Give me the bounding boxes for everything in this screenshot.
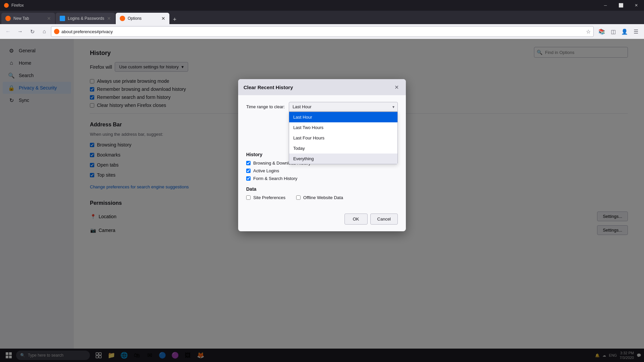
dropdown-item-everything[interactable]: Everything [289,154,397,164]
menu-icon[interactable]: ☰ [631,26,641,37]
modal-body: Time range to clear: Last Hour ▾ Last Ho… [238,95,406,209]
modal-form-search-label: Form & Search History [253,176,297,181]
new-tab-button[interactable]: + [170,15,179,24]
sidebar-icon[interactable]: ◫ [608,26,619,37]
tab-label-options: Options [128,16,142,21]
modal-form-search-row: Form & Search History [246,176,398,181]
clear-history-modal: Clear Recent History ✕ Time range to cle… [238,79,406,231]
modal-offline-data-label: Offline Website Data [303,195,343,200]
close-button[interactable]: ✕ [629,0,644,11]
minimize-button[interactable]: ─ [598,0,613,11]
modal-data-section: Data Site Preferences Offline Website Da… [246,186,398,203]
dropdown-item-today[interactable]: Today [289,143,397,154]
address-bar[interactable]: about:preferences#privacy ☆ [51,26,594,37]
modal-overlay: Clear Recent History ✕ Time range to cle… [0,39,644,362]
toolbar-icons: 📚 ◫ 👤 ☰ [596,26,641,37]
dropdown-item-last-hour[interactable]: Last Hour [289,112,397,122]
time-range-dropdown-list: Last Hour Last Two Hours Last Four Hours… [289,112,398,164]
time-range-selected-value: Last Hour [292,104,311,109]
library-icon[interactable]: 📚 [596,26,607,37]
tab-label-logins: Logins & Passwords [68,16,104,21]
modal-data-checkboxes: Site Preferences Offline Website Data [246,195,398,203]
home-button[interactable]: ⌂ [39,26,50,37]
modal-footer: OK Cancel [238,209,406,231]
tab-favicon-logins [60,16,65,21]
window-title: Firefox [11,3,24,8]
navigation-bar: ← → ↻ ⌂ about:preferences#privacy ☆ 📚 ◫ … [0,24,644,39]
reload-button[interactable]: ↻ [27,26,38,37]
tabs-bar: New Tab ✕ Logins & Passwords ✕ Options ✕… [0,11,644,24]
time-range-row: Time range to clear: Last Hour ▾ Last Ho… [246,102,398,112]
modal-active-logins-label: Active Logins [253,168,279,173]
tab-new-tab[interactable]: New Tab ✕ [1,13,55,24]
time-range-label: Time range to clear: [246,104,285,109]
firefox-logo-address [54,29,59,34]
ok-button[interactable]: OK [344,214,368,225]
tab-options[interactable]: Options ✕ [116,13,169,24]
tab-close-new-tab[interactable]: ✕ [47,16,51,21]
dropdown-item-last-four-hours[interactable]: Last Four Hours [289,133,397,143]
modal-site-preferences-label: Site Preferences [253,195,285,200]
cancel-button[interactable]: Cancel [370,214,398,225]
modal-browsing-downloads-checkbox[interactable] [246,161,251,165]
modal-site-preferences-checkbox[interactable] [246,195,251,200]
forward-button[interactable]: → [15,26,25,37]
url-text: about:preferences#privacy [61,29,584,34]
tab-close-options[interactable]: ✕ [161,16,165,21]
tab-label-new-tab: New Tab [13,16,29,21]
account-icon[interactable]: 👤 [619,26,630,37]
modal-active-logins-checkbox[interactable] [246,169,251,173]
dropdown-item-last-two-hours[interactable]: Last Two Hours [289,122,397,133]
modal-active-logins-row: Active Logins [246,168,398,173]
modal-form-search-checkbox[interactable] [246,176,251,181]
time-range-select-wrapper: Last Hour ▾ Last Hour Last Two Hours Las… [289,102,398,112]
tab-favicon-new-tab [5,16,11,21]
modal-title: Clear Recent History [244,84,293,90]
modal-offline-data-row: Offline Website Data [296,195,343,200]
tab-favicon-options [120,16,125,21]
time-range-select-display[interactable]: Last Hour ▾ [289,102,398,112]
maximize-button[interactable]: ⬜ [613,0,629,11]
back-button[interactable]: ← [3,26,13,37]
modal-site-preferences-row: Site Preferences [246,195,285,200]
modal-close-button[interactable]: ✕ [392,83,400,91]
tab-close-logins[interactable]: ✕ [107,16,111,21]
time-range-arrow-icon: ▾ [392,105,394,109]
modal-offline-data-checkbox[interactable] [296,195,301,200]
tab-logins[interactable]: Logins & Passwords ✕ [56,13,115,24]
firefox-logo-title [4,3,9,8]
modal-data-title: Data [246,186,398,192]
bookmark-star-icon[interactable]: ☆ [586,28,591,35]
title-bar: Firefox ─ ⬜ ✕ [0,0,644,11]
modal-header: Clear Recent History ✕ [238,79,406,95]
